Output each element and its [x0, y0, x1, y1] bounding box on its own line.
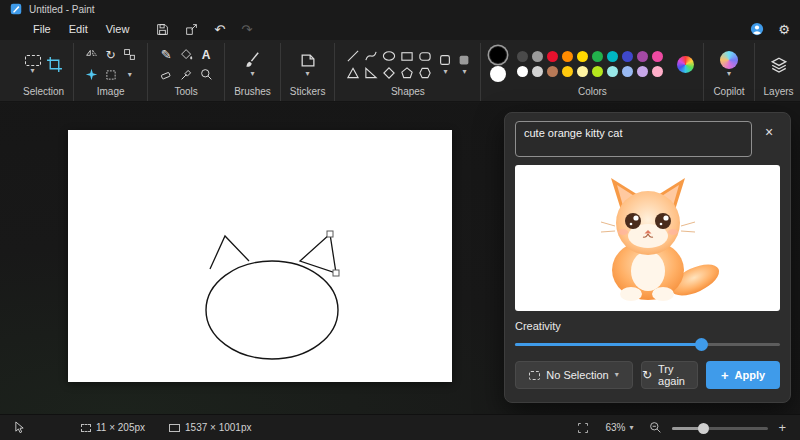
prompt-input[interactable]: cute orange kitty cat — [515, 121, 752, 157]
share-icon[interactable] — [185, 23, 198, 36]
close-icon[interactable]: × — [758, 121, 780, 143]
plus-icon: + — [721, 368, 729, 383]
group-label-selection: Selection — [23, 85, 64, 101]
group-label-brushes: Brushes — [234, 85, 271, 101]
selection-tool-button[interactable]: ▾ — [25, 55, 41, 75]
try-again-label: Try again — [658, 363, 697, 387]
color-swatch[interactable] — [637, 66, 648, 77]
crop-icon[interactable] — [46, 56, 63, 73]
color-swatch[interactable] — [622, 51, 633, 62]
creativity-slider[interactable] — [515, 337, 780, 351]
color-swatch[interactable] — [637, 51, 648, 62]
eraser-tool-icon[interactable] — [157, 66, 175, 84]
selection-handle[interactable] — [333, 270, 339, 276]
layers-icon[interactable] — [770, 56, 788, 74]
color-swatch[interactable] — [622, 66, 633, 77]
color-picker-tool-icon[interactable] — [177, 66, 195, 84]
ribbon-group-colors: Colors — [481, 43, 704, 101]
menu-view[interactable]: View — [97, 21, 139, 37]
secondary-color-swatch[interactable] — [490, 66, 506, 82]
shape-outline-button[interactable]: ▾ — [438, 53, 452, 76]
rectangle-select-icon — [25, 55, 41, 66]
color-swatch[interactable] — [547, 51, 558, 62]
undo-icon[interactable]: ↶ — [214, 23, 225, 36]
line-shape-icon[interactable] — [344, 48, 361, 65]
menu-file[interactable]: File — [24, 21, 60, 37]
color-swatch[interactable] — [532, 66, 543, 77]
group-label-image: Image — [97, 85, 125, 101]
color-swatch[interactable] — [517, 66, 528, 77]
generated-image — [515, 165, 780, 311]
image-options-chevron-icon[interactable]: ▾ — [121, 66, 138, 84]
rectangle-shape-icon[interactable] — [398, 48, 415, 65]
menu-edit[interactable]: Edit — [60, 21, 97, 37]
color-swatch[interactable] — [592, 51, 603, 62]
magnifier-tool-icon[interactable] — [197, 66, 215, 84]
cat-drawing — [68, 130, 452, 382]
no-selection-dropdown[interactable]: No Selection ▾ — [515, 361, 633, 389]
rounded-rectangle-shape-icon[interactable] — [416, 48, 433, 65]
crop-image-icon[interactable] — [102, 66, 119, 84]
color-swatch[interactable] — [607, 66, 618, 77]
color-swatch[interactable] — [607, 51, 618, 62]
curve-shape-icon[interactable] — [362, 48, 379, 65]
zoom-in-icon[interactable]: + — [778, 420, 786, 435]
creativity-slider-thumb[interactable] — [695, 338, 708, 351]
ribbon-group-brushes: ▾ Brushes — [225, 43, 281, 101]
group-label-colors: Colors — [578, 85, 607, 101]
hexagon-shape-icon[interactable] — [416, 65, 433, 82]
try-again-button[interactable]: ↻ Try again — [641, 361, 698, 389]
brushes-button[interactable]: ▾ — [243, 51, 261, 78]
fill-tool-icon[interactable] — [177, 46, 195, 64]
color-swatch[interactable] — [547, 66, 558, 77]
color-swatch[interactable] — [562, 66, 573, 77]
color-swatch[interactable] — [652, 51, 663, 62]
primary-color-swatch[interactable] — [490, 47, 506, 63]
ribbon-group-shapes: ▾ ▾ Shapes — [335, 43, 481, 101]
zoom-slider[interactable] — [672, 422, 768, 434]
pencil-tool-icon[interactable]: ✎ — [157, 46, 175, 64]
flip-icon[interactable] — [83, 46, 100, 64]
diamond-shape-icon[interactable] — [380, 65, 397, 82]
account-icon[interactable] — [750, 22, 764, 36]
menubar: File Edit View ↶ ↷ ⚙ — [0, 18, 800, 40]
edit-colors-wheel-icon[interactable] — [677, 56, 694, 73]
canvas-size-icon — [169, 424, 180, 432]
color-swatch[interactable] — [562, 51, 573, 62]
color-swatch[interactable] — [532, 51, 543, 62]
color-swatch[interactable] — [577, 66, 588, 77]
selection-handle[interactable] — [327, 231, 333, 237]
copilot-button[interactable]: ▾ — [720, 51, 738, 78]
zoom-slider-thumb[interactable] — [698, 423, 709, 434]
oval-shape-icon[interactable] — [380, 48, 397, 65]
remove-background-icon[interactable] — [83, 66, 100, 84]
stickers-button[interactable]: ▾ — [299, 52, 316, 78]
fit-to-screen-icon[interactable] — [577, 422, 589, 434]
canvas[interactable] — [68, 130, 452, 382]
color-swatch[interactable] — [652, 66, 663, 77]
color-swatch[interactable] — [577, 51, 588, 62]
settings-gear-icon[interactable]: ⚙ — [778, 23, 790, 36]
color-swatch[interactable] — [592, 66, 603, 77]
work-area: cute orange kitty cat × — [0, 103, 800, 414]
save-icon[interactable] — [156, 23, 169, 36]
right-triangle-shape-icon[interactable] — [362, 65, 379, 82]
ribbon-group-copilot: ▾ Copilot — [704, 43, 754, 101]
redo-icon[interactable]: ↷ — [241, 23, 252, 36]
zoom-out-icon[interactable] — [649, 421, 662, 434]
selection-size-text: 11 × 205px — [96, 422, 145, 433]
rotate-icon[interactable]: ↻ — [102, 46, 119, 64]
color-swatch[interactable] — [517, 51, 528, 62]
zoom-level-dropdown[interactable]: 63% ▾ — [599, 419, 639, 436]
ribbon-group-selection: ▾ Selection — [14, 43, 74, 101]
ribbon-toolbar: ▾ Selection ↻ — [0, 40, 800, 102]
statusbar: 11 × 205px 1537 × 1001px 63% ▾ + — [0, 414, 800, 440]
resize-icon[interactable] — [121, 46, 138, 64]
shape-fill-button[interactable]: ▾ — [457, 53, 471, 76]
creativity-label: Creativity — [515, 320, 780, 332]
triangle-shape-icon[interactable] — [344, 65, 361, 82]
apply-button[interactable]: + Apply — [706, 361, 780, 389]
pentagon-shape-icon[interactable] — [398, 65, 415, 82]
text-tool-icon[interactable]: A — [197, 46, 215, 64]
brush-icon — [243, 51, 261, 69]
